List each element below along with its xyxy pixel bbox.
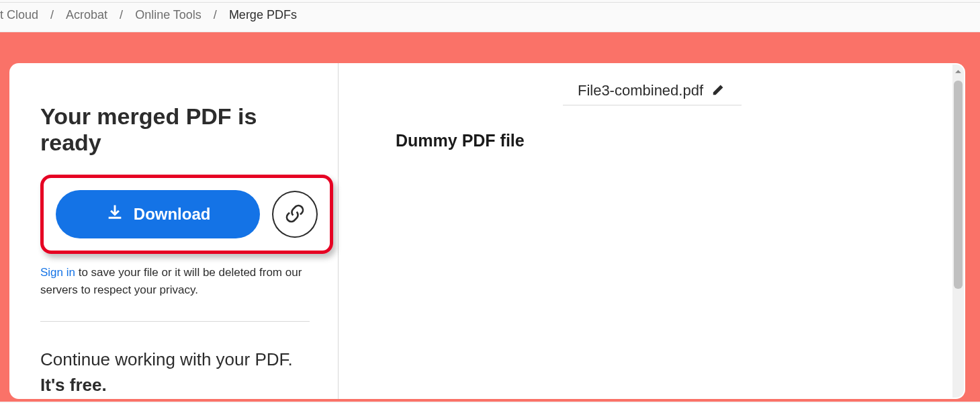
scroll-up-arrow-icon[interactable] [954, 68, 962, 75]
left-panel: Your merged PDF is ready Download Sign i… [9, 63, 339, 399]
breadcrumb-separator: / [120, 8, 123, 22]
continue-free: It's free. [40, 375, 107, 395]
download-button[interactable]: Download [56, 190, 260, 238]
breadcrumb-separator: / [214, 8, 217, 22]
save-info-text: Sign in to save your file or it will be … [40, 264, 310, 298]
breadcrumb: t Cloud / Acrobat / Online Tools / Merge… [0, 3, 980, 32]
panel-divider [40, 321, 310, 322]
breadcrumb-item-acrobat[interactable]: Acrobat [66, 8, 107, 22]
page-title: Your merged PDF is ready [40, 103, 310, 156]
filename-text: File3-combined.pdf [578, 82, 703, 99]
link-icon [284, 203, 306, 226]
download-actions-highlight: Download [40, 175, 333, 254]
pdf-preview-content: Dummy PDF file [339, 131, 965, 150]
breadcrumb-item-merge-pdfs: Merge PDFs [229, 8, 297, 22]
edit-filename-button[interactable] [711, 82, 726, 99]
main-card: Your merged PDF is ready Download Sign i… [9, 63, 965, 399]
scrollbar-thumb[interactable] [954, 81, 963, 289]
filename-bar: File3-combined.pdf [563, 77, 742, 105]
continue-prefix: Continue working with your PDF. [40, 349, 293, 369]
sign-in-link[interactable]: Sign in [40, 266, 75, 279]
pencil-icon [711, 87, 726, 99]
pdf-preview-panel: File3-combined.pdf Dummy PDF file [339, 63, 965, 399]
download-icon [105, 203, 124, 226]
save-info-rest: to save your file or it will be deleted … [40, 266, 302, 296]
breadcrumb-item-online-tools[interactable]: Online Tools [135, 8, 202, 22]
breadcrumb-separator: / [50, 8, 54, 22]
page-background: Your merged PDF is ready Download Sign i… [0, 32, 980, 402]
download-button-label: Download [134, 205, 211, 224]
breadcrumb-item-cloud[interactable]: t Cloud [0, 8, 38, 22]
share-link-button[interactable] [272, 191, 318, 238]
preview-scrollbar[interactable] [952, 64, 964, 398]
continue-working-text: Continue working with your PDF. It's fre… [40, 347, 310, 398]
